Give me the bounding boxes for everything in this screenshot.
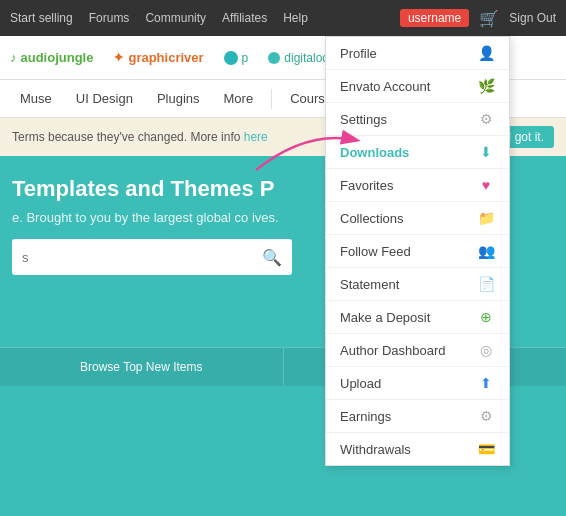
alert-text: Terms because they've changed. More info bbox=[12, 130, 244, 144]
downloads-icon: ⬇ bbox=[477, 144, 495, 160]
top-navigation: Start selling Forums Community Affiliate… bbox=[0, 0, 566, 36]
upload-icon: ⬆ bbox=[477, 375, 495, 391]
search-input[interactable] bbox=[12, 250, 252, 265]
withdrawals-icon: 💳 bbox=[477, 441, 495, 457]
author-dashboard-icon: ◎ bbox=[477, 342, 495, 358]
dropdown-item-settings[interactable]: Settings ⚙ bbox=[326, 103, 509, 136]
statement-icon: 📄 bbox=[477, 276, 495, 292]
community-link[interactable]: Community bbox=[145, 11, 206, 25]
dropdown-item-profile[interactable]: Profile 👤 bbox=[326, 37, 509, 70]
more-nav-item[interactable]: More bbox=[214, 80, 264, 118]
muse-nav-item[interactable]: Muse bbox=[10, 80, 62, 118]
user-dropdown-menu: Profile 👤 Envato Account 🌿 Settings ⚙ Do… bbox=[325, 36, 510, 466]
dropdown-item-envato-account[interactable]: Envato Account 🌿 bbox=[326, 70, 509, 103]
envato-icon: 🌿 bbox=[477, 78, 495, 94]
dropdown-item-upload[interactable]: Upload ⬆ bbox=[326, 367, 509, 400]
profile-icon: 👤 bbox=[477, 45, 495, 61]
collections-icon: 📁 bbox=[477, 210, 495, 226]
help-link[interactable]: Help bbox=[283, 11, 308, 25]
username-display[interactable]: username bbox=[400, 9, 469, 27]
alert-link[interactable]: here bbox=[244, 130, 268, 144]
affiliates-link[interactable]: Affiliates bbox=[222, 11, 267, 25]
digitalocean-icon bbox=[268, 52, 280, 64]
dropdown-item-favorites[interactable]: Favorites ♥ bbox=[326, 169, 509, 202]
earnings-icon: ⚙ bbox=[477, 408, 495, 424]
deposit-icon: ⊕ bbox=[477, 309, 495, 325]
favorites-icon: ♥ bbox=[477, 177, 495, 193]
search-bar: 🔍 bbox=[12, 239, 292, 275]
dropdown-item-follow-feed[interactable]: Follow Feed 👥 bbox=[326, 235, 509, 268]
graphicriver-logo[interactable]: ✦ graphicriver bbox=[113, 50, 203, 65]
dropdown-item-downloads[interactable]: Downloads ⬇ bbox=[326, 136, 509, 169]
cart-icon[interactable]: 🛒 bbox=[479, 9, 499, 28]
forums-link[interactable]: Forums bbox=[89, 11, 130, 25]
dropdown-item-author-dashboard[interactable]: Author Dashboard ◎ bbox=[326, 334, 509, 367]
ui-design-nav-item[interactable]: UI Design bbox=[66, 80, 143, 118]
settings-icon: ⚙ bbox=[477, 111, 495, 127]
audiojungle-icon: ♪ bbox=[10, 50, 17, 65]
dropdown-item-collections[interactable]: Collections 📁 bbox=[326, 202, 509, 235]
start-selling-link[interactable]: Start selling bbox=[10, 11, 73, 25]
placeit-logo[interactable]: p bbox=[224, 51, 249, 65]
graphicriver-icon: ✦ bbox=[113, 50, 124, 65]
dropdown-item-make-deposit[interactable]: Make a Deposit ⊕ bbox=[326, 301, 509, 334]
dropdown-item-earnings[interactable]: Earnings ⚙ bbox=[326, 400, 509, 433]
search-button[interactable]: 🔍 bbox=[252, 248, 292, 267]
placeit-icon bbox=[224, 51, 238, 65]
dropdown-item-statement[interactable]: Statement 📄 bbox=[326, 268, 509, 301]
follow-feed-icon: 👥 bbox=[477, 243, 495, 259]
browse-top-new-button[interactable]: Browse Top New Items bbox=[0, 348, 284, 386]
nav-divider bbox=[271, 89, 272, 109]
plugins-nav-item[interactable]: Plugins bbox=[147, 80, 210, 118]
dropdown-item-withdrawals[interactable]: Withdrawals 💳 bbox=[326, 433, 509, 465]
sign-out-button[interactable]: Sign Out bbox=[509, 11, 556, 25]
audiojungle-logo[interactable]: ♪ audiojungle bbox=[10, 50, 93, 65]
